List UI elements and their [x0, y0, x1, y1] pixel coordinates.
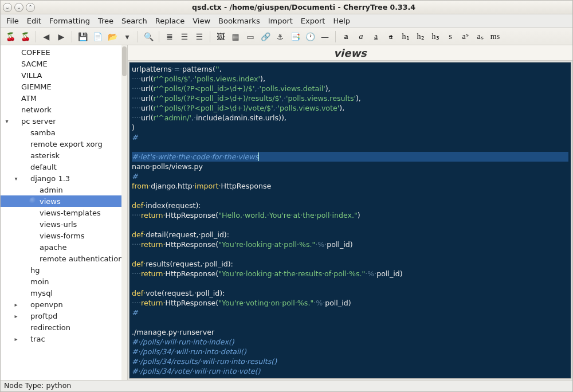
insert-timestamp-icon[interactable]: 🕐	[304, 30, 316, 43]
tree-node-label: SACME	[21, 60, 48, 68]
tree-twisty-icon[interactable]: ▾	[12, 175, 20, 182]
menu-view[interactable]: View	[193, 17, 210, 25]
fmt-small[interactable]: s	[444, 30, 457, 43]
window-close-button[interactable]: ⌃	[26, 3, 35, 12]
code-line: ····return·HttpResponse("You're·looking·…	[132, 269, 568, 279]
tree-node-label: django 1.3	[30, 174, 70, 183]
menu-formatting[interactable]: Formatting	[49, 17, 90, 25]
insert-anchor-icon[interactable]: ⚓	[274, 30, 286, 43]
window-min-button[interactable]: ⌄	[3, 3, 12, 12]
menu-file[interactable]: File	[6, 17, 19, 25]
tree-node[interactable]: moin	[1, 276, 127, 287]
tree-node[interactable]: asterisk	[1, 150, 127, 161]
code-line: ····url(r'^polls/(?P<poll_id>\d+)/vote/$…	[132, 103, 568, 113]
fmt-strike[interactable]: a	[384, 30, 397, 43]
save-icon[interactable]: 💾	[76, 30, 89, 43]
open-icon[interactable]: 📂	[106, 30, 119, 43]
tree-node[interactable]: apache	[1, 241, 127, 253]
tree-node[interactable]: views-urls	[1, 218, 127, 230]
cherry-icon	[11, 60, 19, 68]
tree-node[interactable]: ▸proftpd	[1, 310, 127, 322]
cherry-icon	[29, 254, 37, 262]
insert-codebox-icon[interactable]: ▭	[244, 30, 257, 43]
tree-node[interactable]: mysql	[1, 287, 127, 299]
cherry-icon	[29, 220, 37, 228]
menu-help[interactable]: Help	[333, 17, 350, 25]
tree-node[interactable]: default	[1, 161, 127, 173]
tree-node[interactable]: hg	[1, 264, 127, 276]
code-line: def·detail(request,·poll_id):	[132, 230, 568, 240]
cherry-add-icon[interactable]: 🍒	[19, 30, 32, 43]
code-line: def·results(request,·poll_id):	[132, 259, 568, 269]
fmt-italic[interactable]: a	[355, 30, 367, 43]
menu-edit[interactable]: Edit	[27, 17, 41, 25]
menu-import[interactable]: Import	[268, 17, 293, 25]
tree-twisty-icon[interactable]: ▸	[12, 301, 20, 308]
tree-node[interactable]: redirection	[1, 322, 127, 333]
insert-table-icon[interactable]: ▦	[229, 30, 242, 43]
tree-node[interactable]: ▸openvpn	[1, 299, 127, 310]
cherry-red-icon[interactable]: 🍒	[4, 30, 17, 43]
tree-node[interactable]: admin	[1, 184, 127, 195]
tree-twisty-icon[interactable]: ▾	[3, 118, 11, 124]
menu-search[interactable]: Search	[121, 17, 147, 25]
tree-node[interactable]: GIEMME	[1, 81, 127, 92]
fmt-mono[interactable]: ms	[489, 30, 501, 43]
titlebar: ⌄ ⌄ ⌃ qsd.ctx - /home/giuspen/Documenti …	[1, 1, 572, 14]
tree-node[interactable]: views	[1, 195, 127, 207]
tree-node[interactable]: COFFEE	[1, 46, 127, 58]
tree-node[interactable]: remote export xorg	[1, 138, 127, 150]
code-editor[interactable]: urlpatterns·=·patterns('',····url(r'^pol…	[129, 62, 571, 379]
window-max-button[interactable]: ⌄	[14, 3, 23, 12]
tree-node[interactable]: views-forms	[1, 230, 127, 241]
insert-image-icon[interactable]: 🖼	[214, 30, 227, 43]
toolbar-separator	[138, 31, 138, 42]
cherry-icon	[11, 105, 19, 113]
recent-dropdown-icon[interactable]: ▾	[121, 30, 134, 43]
tree-node[interactable]: ▸trac	[1, 333, 127, 344]
cherry-icon	[20, 140, 28, 148]
tree-node-label: views-forms	[40, 232, 84, 240]
insert-link-icon[interactable]: 🔗	[259, 30, 272, 43]
toolbar-separator	[335, 31, 336, 42]
nav-back-icon[interactable]: ◀	[40, 30, 53, 43]
list-todo-icon[interactable]: ☰	[193, 30, 206, 43]
sidebar-scrollbar[interactable]	[121, 45, 127, 380]
insert-toc-icon[interactable]: 📑	[289, 30, 301, 43]
code-line: #·/polls/34/vote/·will·run·into·vote()	[132, 366, 568, 376]
tree-node[interactable]: network	[1, 104, 127, 115]
tree-node[interactable]: samba	[1, 127, 127, 138]
tree-node[interactable]: ▾django 1.3	[1, 173, 127, 184]
tree-node[interactable]: VILLA	[1, 69, 127, 81]
tree-sidebar[interactable]: COFFEESACMEVILLAGIEMMEATMnetwork▾pc serv…	[1, 45, 128, 380]
insert-hr-icon[interactable]: —	[319, 30, 331, 43]
tree-node[interactable]: views-templates	[1, 207, 127, 218]
tree-node[interactable]: ATM	[1, 92, 127, 104]
fmt-underline[interactable]: a	[370, 30, 382, 43]
tree-node[interactable]: remote authentication	[1, 253, 127, 264]
list-num-icon[interactable]: ☰	[178, 30, 191, 43]
code-line: #·/polls/·will·run·into·index()	[132, 337, 568, 347]
code-line: ····url(r'^polls/$',·'polls.views.index'…	[132, 74, 568, 84]
tree-twisty-icon[interactable]: ▸	[12, 336, 20, 342]
list-bullet-icon[interactable]: ≣	[163, 30, 176, 43]
code-line: def·vote(request,·poll_id):	[132, 288, 568, 298]
fmt-h2[interactable]: h₂	[414, 30, 427, 43]
fmt-sub[interactable]: aₛ	[474, 30, 486, 43]
search-icon[interactable]: 🔍	[142, 30, 155, 43]
tree-twisty-icon[interactable]: ▸	[12, 313, 20, 319]
tree-node[interactable]: ▾pc server	[1, 115, 127, 127]
menu-replace[interactable]: Replace	[155, 17, 185, 25]
fmt-h3[interactable]: h₃	[429, 30, 442, 43]
export-pdf-icon[interactable]: 📄	[91, 30, 104, 43]
fmt-h1[interactable]: h₁	[399, 30, 412, 43]
fmt-sup[interactable]: aˢ	[459, 30, 472, 43]
tree-node[interactable]: SACME	[1, 58, 127, 69]
fmt-bold[interactable]: a	[340, 30, 352, 43]
menu-export[interactable]: Export	[301, 17, 325, 25]
nav-fwd-icon[interactable]: ▶	[55, 30, 68, 43]
menu-bookmarks[interactable]: Bookmarks	[218, 17, 260, 25]
cherry-icon	[11, 83, 19, 91]
scrollbar-thumb[interactable]	[122, 46, 127, 76]
menu-tree[interactable]: Tree	[98, 17, 113, 25]
